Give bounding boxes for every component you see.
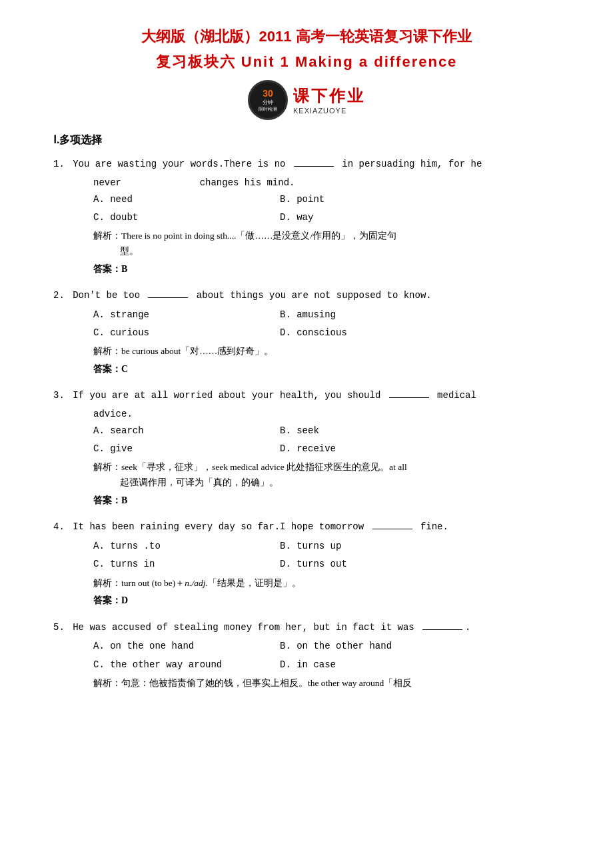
q3-options-ab: A. search B. seek [93,423,573,439]
logo-text-area: 课下作业 KEXIAZUOYE [293,85,365,115]
q2-option-a: A. strange [93,307,280,323]
q4-options-ab: A. turns .to B. turns up [93,538,573,555]
q3-blank [389,397,429,398]
logo-minutes: 30 [263,88,273,99]
q4-option-b: B. turns up [280,538,573,555]
q5-blank [422,629,462,630]
q3-option-d: D. receive [280,441,573,457]
q2-blank [148,297,188,298]
q2-analysis: 解析：be curious about「对……感到好奇」。 [93,344,573,359]
logo-text1: 课下作业 [293,85,365,107]
q5-options-cd: C. the other way around D. in case [93,657,573,673]
q1-option-b: B. point [280,191,573,208]
question-3-text2: advice. [93,407,573,423]
q2-options-ab: A. strange B. amusing [93,307,573,323]
page-title-1: 大纲版（湖北版）2011 高考一轮英语复习课下作业 [40,27,573,47]
logo-circle: 30 分钟 限时检测 [248,80,288,120]
q4-num: 4. [53,521,65,532]
question-4: 4. It has been raining every day so far.… [40,519,573,609]
question-1: 1. You are wasting your words.There is n… [40,157,573,277]
q1-num: 1. [53,159,65,169]
q4-options-cd: C. turns in D. turns out [93,556,573,573]
q2-option-d: D. conscious [280,325,573,341]
question-3: 3. If you are at all worried about your … [40,388,573,509]
q1-analysis: 解析：There is no point in doing sth....「做…… [93,229,573,244]
section1-title: Ⅰ.多项选择 [53,133,573,147]
page-title-2: 复习板块六 Unit 1 Making a difference [40,52,573,72]
question-5: 5. He was accused of stealing money from… [40,620,573,691]
q5-option-a: A. on the one hand [93,638,280,655]
section1: Ⅰ.多项选择 1. You are wasting your words.The… [40,133,573,691]
q5-option-b: B. on the other hand [280,638,573,655]
q3-option-a: A. search [93,423,280,439]
q4-analysis: 解析：turn out (to be)＋n./adj.「结果是，证明是」。 [93,576,573,591]
q2-option-c: C. curious [93,325,280,341]
logo-text2: KEXIAZUOYE [293,107,365,115]
logo-area: 30 分钟 限时检测 课下作业 KEXIAZUOYE [40,80,573,120]
question-2: 2. Don't be too about things you are not… [40,288,573,377]
q3-options-cd: C. give D. receive [93,441,573,457]
q5-option-c: C. the other way around [93,657,280,673]
q1-option-a: A. need [93,191,280,208]
q2-option-b: B. amusing [280,307,573,323]
question-5-text: 5. He was accused of stealing money from… [53,620,573,636]
q1-answer: 答案：B [93,261,573,277]
question-4-text: 4. It has been raining every day so far.… [53,519,573,535]
q1-option-d: D. way [280,209,573,226]
q2-num: 2. [53,290,65,301]
q5-options-ab: A. on the one hand B. on the other hand [93,638,573,655]
q3-analysis: 解析：seek「寻求，征求」，seek medical advice 此处指征求… [93,460,573,475]
q1-analysis2: 型。 [120,244,573,259]
q3-answer: 答案：B [93,492,573,509]
q3-analysis2: 起强调作用，可译为「真的，的确」。 [120,475,573,491]
question-3-text: 3. If you are at all worried about your … [53,388,573,404]
q1-blank [294,166,334,167]
q5-analysis: 解析：句意：他被指责偷了她的钱，但事实上相反。the other way aro… [93,676,573,691]
question-2-text: 2. Don't be too about things you are not… [53,288,573,304]
q1-options-cd: C. doubt D. way [93,209,573,226]
q5-option-d: D. in case [280,657,573,673]
question-1-text2: never changes his mind. [93,175,573,191]
q1-option-c: C. doubt [93,209,280,226]
q4-option-a: A. turns .to [93,538,280,555]
q5-num: 5. [53,622,65,633]
q2-answer: 答案：C [93,361,573,377]
q3-num: 3. [53,390,65,401]
q4-option-c: C. turns in [93,556,280,573]
q3-option-b: B. seek [280,423,573,439]
q4-answer: 答案：D [93,592,573,609]
q2-options-cd: C. curious D. conscious [93,325,573,341]
q4-option-d: D. turns out [280,556,573,573]
q4-blank [372,529,412,529]
question-1-text: 1. You are wasting your words.There is n… [53,157,573,173]
logo-unit1: 分钟 [263,99,273,106]
q1-options-ab: A. need B. point [93,191,573,208]
logo-unit2: 限时检测 [259,106,277,113]
q3-option-c: C. give [93,441,280,457]
